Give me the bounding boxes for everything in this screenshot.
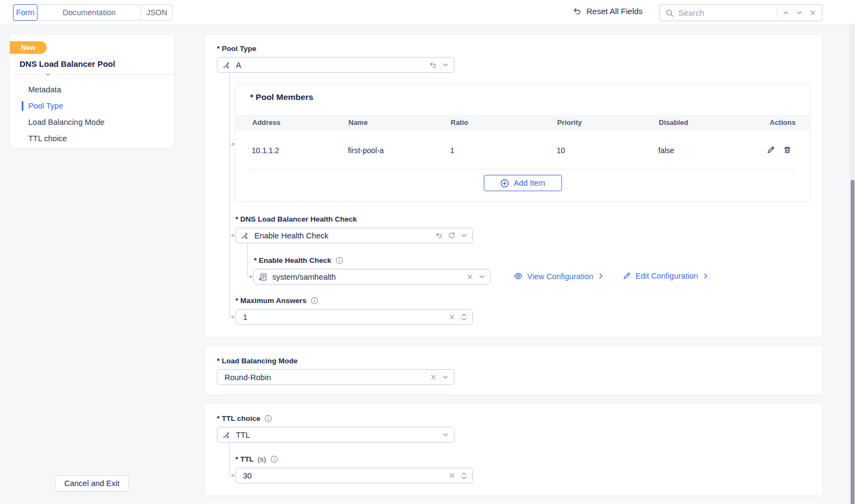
column-header-actions: Actions [770, 118, 796, 127]
edit-row-icon[interactable] [766, 146, 775, 154]
search-icon [665, 9, 674, 17]
cell-disabled: false [658, 146, 675, 155]
cancel-and-exit-button[interactable]: Cancel and Exit [55, 475, 129, 492]
load-balancing-mode-label: * Load Balancing Mode [217, 357, 298, 365]
sidebar-divider [14, 74, 174, 75]
plus-circle-icon [500, 179, 509, 188]
sidebar-item-label: Load Balancing Mode [28, 118, 104, 127]
tree-connector [229, 73, 230, 317]
pool-members-title: * Pool Members [250, 92, 313, 102]
info-icon[interactable] [270, 455, 278, 463]
sidebar-item-metadata[interactable]: Metadata [28, 84, 61, 96]
sidebar-item-pool-type[interactable]: Pool Type [28, 100, 63, 112]
ttl-seconds-value: 30 [241, 471, 444, 480]
reset-all-fields-button[interactable]: Reset All Fields [572, 7, 642, 16]
info-icon[interactable] [310, 297, 319, 305]
chevron-down-icon[interactable] [460, 232, 467, 239]
branch-icon [222, 61, 231, 70]
pool-type-label: * Pool Type [217, 45, 257, 53]
chevron-down-icon[interactable] [478, 273, 485, 280]
chevron-down-icon[interactable] [442, 431, 449, 438]
tree-connector-dot [232, 316, 234, 318]
eye-icon [514, 272, 523, 281]
page: Form Documentation JSON Reset All Fields… [0, 0, 855, 504]
pool-members-header-row: Address Name Ratio Priority Disabled Act… [236, 115, 809, 131]
undo-icon[interactable] [429, 61, 437, 69]
scrollbar-thumb[interactable] [851, 180, 854, 504]
chevron-down-icon[interactable] [442, 61, 449, 68]
search-next-icon[interactable] [796, 9, 803, 16]
maximum-answers-input[interactable]: 1 [235, 309, 473, 325]
number-stepper-icon[interactable] [460, 312, 467, 322]
health-check-select[interactable]: Enable Health Check [235, 228, 473, 243]
tree-connector-dot [232, 143, 234, 146]
maximum-answers-value: 1 [241, 313, 444, 322]
chevron-down-icon[interactable] [442, 374, 449, 381]
load-balancing-mode-section: * Load Balancing Mode Round-Robin [205, 346, 822, 395]
enable-health-check-label: * Enable Health Check [254, 256, 344, 264]
health-check-value: Enable Health Check [254, 231, 430, 240]
scrollbar-track[interactable] [850, 25, 855, 504]
clear-icon[interactable] [430, 374, 437, 381]
cell-name: first-pool-a [348, 146, 384, 155]
column-header-name: Name [348, 118, 367, 127]
tab-documentation[interactable]: Documentation [37, 4, 141, 21]
undo-icon[interactable] [435, 231, 443, 240]
add-item-button[interactable]: Add Item [484, 175, 562, 191]
tree-connector [247, 243, 248, 276]
edit-configuration-link[interactable]: Edit Configuration [622, 272, 709, 280]
pool-type-select[interactable]: A [217, 57, 454, 73]
reference-template-icon [259, 273, 267, 281]
undo-icon [572, 7, 582, 16]
view-configuration-link[interactable]: View Configuration [514, 272, 604, 281]
cell-priority: 10 [557, 146, 565, 155]
clear-icon[interactable] [466, 273, 473, 280]
tab-form[interactable]: Form [13, 4, 38, 21]
ttl-seconds-label: * TTL (s) [235, 455, 278, 463]
row-divider [250, 169, 795, 169]
maximum-answers-label: * Maximum Answers [235, 297, 319, 305]
tree-connector-dot [232, 234, 234, 237]
collapse-caret-icon[interactable] [45, 71, 51, 78]
top-bar: Form Documentation JSON Reset All Fields… [0, 0, 855, 25]
column-header-priority: Priority [557, 118, 582, 127]
tab-documentation-label: Documentation [63, 8, 116, 17]
search-prev-icon[interactable] [782, 9, 789, 16]
clear-icon[interactable] [448, 472, 455, 479]
info-icon[interactable] [335, 256, 344, 264]
tree-connector-dot [232, 474, 234, 477]
ttl-choice-label: * TTL choice [217, 414, 272, 423]
sidebar-title: DNS Load Balancer Pool [20, 59, 115, 68]
tab-form-label: Form [16, 8, 35, 17]
sidebar-item-label: Pool Type [28, 102, 63, 110]
search-divider [777, 8, 777, 18]
ttl-choice-select[interactable]: TTL [217, 427, 454, 443]
tab-json[interactable]: JSON [141, 4, 173, 21]
enable-health-check-value: system/samhealth [272, 273, 461, 281]
sidebar: New DNS Load Balancer Pool Metadata Pool… [10, 35, 174, 148]
status-badge-new: New [10, 41, 47, 54]
number-stepper-icon[interactable] [460, 471, 467, 481]
branch-icon [222, 431, 231, 439]
sidebar-item-load-balancing-mode[interactable]: Load Balancing Mode [28, 116, 104, 128]
tab-json-label: JSON [146, 8, 167, 17]
clear-icon[interactable] [448, 313, 455, 320]
cancel-and-exit-label: Cancel and Exit [64, 479, 120, 488]
search-box[interactable]: Search [659, 4, 822, 21]
branch-icon [241, 231, 249, 240]
enable-health-check-select[interactable]: system/samhealth [253, 269, 491, 285]
pool-members-card: * Pool Members Address Name Ratio Priori… [235, 84, 810, 201]
active-item-indicator [22, 101, 23, 111]
refresh-icon[interactable] [448, 232, 455, 240]
search-input[interactable]: Search [678, 8, 777, 17]
ttl-choice-value: TTL [236, 431, 437, 439]
sidebar-item-ttl-choice[interactable]: TTL choice [28, 133, 67, 144]
info-icon[interactable] [264, 414, 272, 423]
load-balancing-mode-select[interactable]: Round-Robin [217, 369, 454, 385]
search-clear-icon[interactable] [809, 9, 816, 16]
delete-row-icon[interactable] [783, 146, 791, 154]
ttl-seconds-input[interactable]: 30 [235, 468, 473, 483]
cell-ratio: 1 [450, 146, 454, 155]
health-check-label: * DNS Load Balancer Health Check [235, 215, 357, 223]
cell-address: 10.1.1.2 [252, 146, 279, 155]
